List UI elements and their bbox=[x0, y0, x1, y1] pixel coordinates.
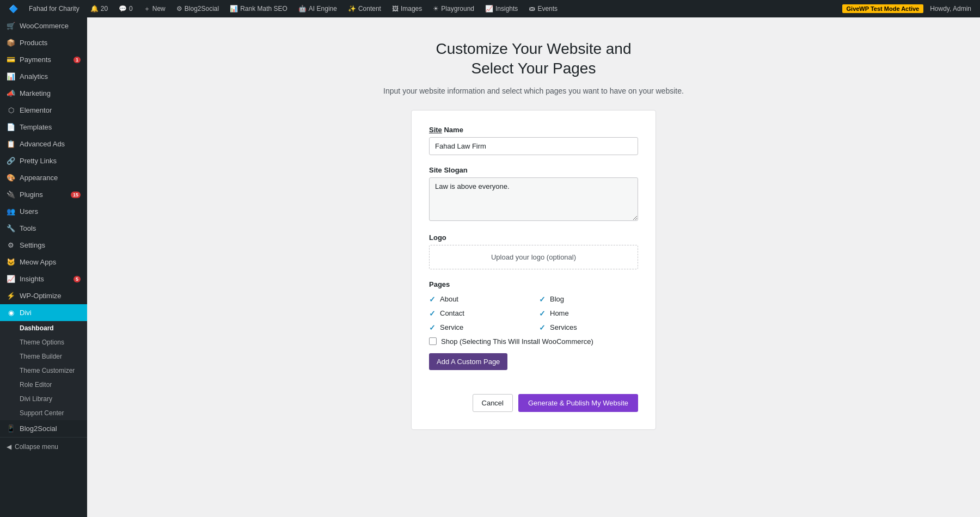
wp-logo[interactable]: 🔷 bbox=[4, 0, 22, 17]
rank-math-label: Rank Math SEO bbox=[240, 5, 287, 13]
sidebar-item-elementor[interactable]: ⬡ Elementor bbox=[0, 102, 87, 119]
sidebar-plugins-label: Plugins bbox=[20, 190, 43, 199]
comments-icon: 💬 bbox=[119, 5, 127, 13]
page-about[interactable]: ✓ About bbox=[429, 295, 528, 304]
sidebar-item-pretty-links[interactable]: 🔗 Pretty Links bbox=[0, 152, 87, 169]
support-center-label: Support Center bbox=[20, 409, 64, 417]
blog-checkbox-icon: ✓ bbox=[539, 295, 546, 304]
howdy-item[interactable]: Howdy, Admin bbox=[926, 5, 976, 13]
sidebar-divi-label: Divi bbox=[20, 309, 32, 317]
payments-icon: 💳 bbox=[7, 56, 15, 64]
sidebar-subitem-theme-options[interactable]: Theme Options bbox=[0, 335, 87, 349]
sidebar-item-analytics[interactable]: 📊 Analytics bbox=[0, 68, 87, 85]
pages-label: Pages bbox=[429, 280, 638, 288]
analytics-icon: 📊 bbox=[7, 72, 15, 81]
sidebar-subitem-role-editor[interactable]: Role Editor bbox=[0, 378, 87, 392]
page-blog[interactable]: ✓ Blog bbox=[539, 295, 638, 304]
sidebar-item-payments[interactable]: 💳 Payments 1 bbox=[0, 51, 87, 68]
sidebar-tools-label: Tools bbox=[20, 224, 36, 232]
users-icon: 👥 bbox=[7, 207, 15, 216]
dashboard-label: Dashboard bbox=[20, 324, 54, 332]
sidebar-item-templates[interactable]: 📄 Templates bbox=[0, 119, 87, 136]
services-label: Services bbox=[550, 323, 577, 331]
page-home[interactable]: ✓ Home bbox=[539, 309, 638, 318]
sidebar-item-appearance[interactable]: 🎨 Appearance bbox=[0, 169, 87, 186]
theme-builder-label: Theme Builder bbox=[20, 353, 62, 360]
comments-bar[interactable]: 💬 0 bbox=[114, 0, 137, 17]
sidebar-users-label: Users bbox=[20, 207, 38, 216]
pretty-links-icon: 🔗 bbox=[7, 157, 15, 165]
sidebar-subitem-divi-library[interactable]: Divi Library bbox=[0, 392, 87, 406]
sidebar-item-marketing[interactable]: 📣 Marketing bbox=[0, 85, 87, 102]
blog2social-icon: ⚙ bbox=[176, 5, 182, 13]
sidebar-item-tools[interactable]: 🔧 Tools bbox=[0, 220, 87, 237]
cancel-button[interactable]: Cancel bbox=[473, 394, 513, 412]
new-bar[interactable]: ＋ New bbox=[139, 0, 170, 17]
ai-engine-bar[interactable]: 🤖 AI Engine bbox=[294, 0, 341, 17]
sidebar-marketing-label: Marketing bbox=[20, 89, 51, 97]
sidebar-item-woocommerce[interactable]: 🛒 WooCommerce bbox=[0, 17, 87, 34]
collapse-menu[interactable]: ◀ Collapse menu bbox=[0, 437, 87, 456]
images-bar[interactable]: 🖼 Images bbox=[388, 0, 426, 17]
insights-icon: 📈 bbox=[485, 5, 493, 13]
sidebar-products-label: Products bbox=[20, 39, 47, 47]
sidebar-item-plugins[interactable]: 🔌 Plugins 15 bbox=[0, 186, 87, 203]
add-custom-page-label: Add A Custom Page bbox=[437, 358, 500, 366]
products-icon: 📦 bbox=[7, 39, 15, 47]
sidebar-item-blog2social[interactable]: 📱 Blog2Social bbox=[0, 420, 87, 437]
blog-label: Blog bbox=[550, 295, 564, 303]
sidebar-item-wp-optimize[interactable]: ⚡ WP-Optimize bbox=[0, 287, 87, 304]
ai-engine-label: AI Engine bbox=[309, 5, 337, 13]
page-contact[interactable]: ✓ Contact bbox=[429, 309, 528, 318]
sidebar-item-products[interactable]: 📦 Products bbox=[0, 34, 87, 51]
site-name-group: Site Name bbox=[429, 126, 638, 155]
givewp-badge[interactable]: GiveWP Test Mode Active bbox=[842, 4, 924, 13]
sidebar-item-settings[interactable]: ⚙ Settings bbox=[0, 237, 87, 254]
services-checkbox-icon: ✓ bbox=[539, 323, 546, 332]
sidebar-subitem-support-center[interactable]: Support Center bbox=[0, 406, 87, 420]
page-services[interactable]: ✓ Services bbox=[539, 323, 638, 332]
meow-apps-icon: 🐱 bbox=[7, 258, 15, 266]
marketing-icon: 📣 bbox=[7, 89, 15, 97]
sidebar-item-users[interactable]: 👥 Users bbox=[0, 203, 87, 220]
logo-group: Logo Upload your logo (optional) bbox=[429, 233, 638, 269]
sidebar-subitem-theme-customizer[interactable]: Theme Customizer bbox=[0, 364, 87, 378]
blog2social-sidebar-icon: 📱 bbox=[7, 424, 15, 433]
payments-badge: 1 bbox=[74, 57, 81, 63]
sidebar-subitem-dashboard[interactable]: Dashboard bbox=[0, 321, 87, 335]
content-bar[interactable]: ✨ Content bbox=[344, 0, 385, 17]
contact-label: Contact bbox=[440, 309, 464, 317]
site-name-text: Fahad for Charity bbox=[29, 5, 79, 13]
add-custom-page-button[interactable]: Add A Custom Page bbox=[429, 353, 507, 370]
wp-optimize-icon: ⚡ bbox=[7, 292, 15, 300]
role-editor-label: Role Editor bbox=[20, 381, 52, 389]
events-bar[interactable]: 🎟 Events bbox=[524, 0, 562, 17]
site-slogan-input[interactable]: Law is above everyone. bbox=[429, 177, 638, 221]
updates-bar[interactable]: 🔔 20 bbox=[86, 0, 112, 17]
sidebar-woocommerce-label: WooCommerce bbox=[20, 22, 69, 30]
collapse-label: Collapse menu bbox=[15, 443, 58, 451]
templates-icon: 📄 bbox=[7, 123, 15, 131]
blog2social-bar[interactable]: ⚙ Blog2Social bbox=[172, 0, 223, 17]
sidebar-item-advanced-ads[interactable]: 📋 Advanced Ads bbox=[0, 136, 87, 152]
woocommerce-icon: 🛒 bbox=[7, 22, 15, 30]
playground-bar[interactable]: ☀ Playground bbox=[428, 0, 479, 17]
page-service[interactable]: ✓ Service bbox=[429, 323, 528, 332]
site-slogan-label: Site Slogan bbox=[429, 166, 638, 174]
appearance-icon: 🎨 bbox=[7, 174, 15, 182]
rank-math-bar[interactable]: 📊 Rank Math SEO bbox=[225, 0, 292, 17]
logo-upload[interactable]: Upload your logo (optional) bbox=[429, 245, 638, 269]
setup-form-card: Site Name Site Slogan Law is above every… bbox=[411, 110, 656, 430]
sidebar-item-meow-apps[interactable]: 🐱 Meow Apps bbox=[0, 254, 87, 270]
playground-label: Playground bbox=[441, 5, 474, 13]
pages-grid: ✓ About ✓ Blog ✓ Contact ✓ bbox=[429, 295, 638, 346]
sidebar-item-divi[interactable]: ◉ Divi bbox=[0, 304, 87, 321]
sidebar-subitem-theme-builder[interactable]: Theme Builder bbox=[0, 349, 87, 364]
site-name-bar[interactable]: Fahad for Charity bbox=[24, 0, 84, 17]
blog2social-label: Blog2Social bbox=[185, 5, 219, 13]
page-shop[interactable]: Shop (Selecting This Will Install WooCom… bbox=[429, 337, 638, 346]
insights-bar[interactable]: 📈 Insights bbox=[481, 0, 522, 17]
sidebar-item-insights[interactable]: 📈 Insights 5 bbox=[0, 270, 87, 287]
site-name-input[interactable] bbox=[429, 137, 638, 155]
generate-publish-button[interactable]: Generate & Publish My Website bbox=[518, 394, 638, 412]
